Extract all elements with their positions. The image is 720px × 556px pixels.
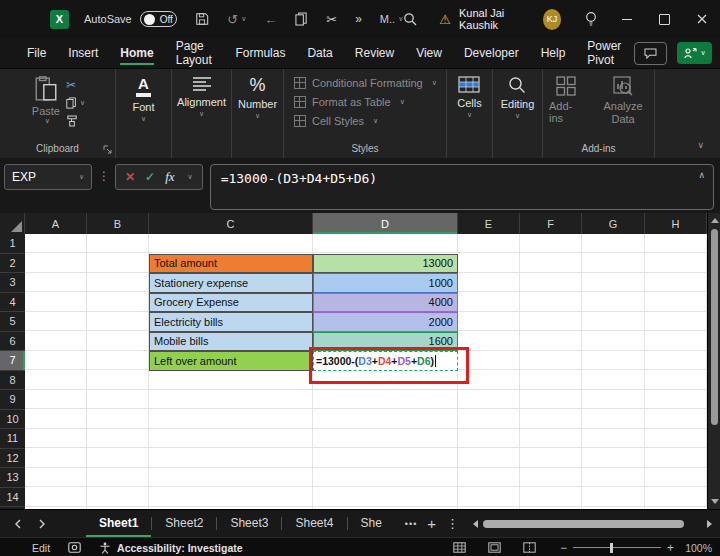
menu-tab-review[interactable]: Review (344, 38, 405, 68)
menu-tab-developer[interactable]: Developer (453, 38, 530, 68)
new-sheet-button[interactable]: + (427, 515, 436, 532)
scroll-left-icon[interactable] (473, 520, 478, 528)
zoom-slider[interactable]: − + (560, 541, 674, 555)
alignment-button[interactable]: Alignment (171, 74, 232, 120)
sheet-tab-sheet1[interactable]: Sheet1 (86, 510, 151, 537)
column-header-F[interactable]: F (520, 213, 582, 234)
sheet-tab-she[interactable]: She (348, 510, 395, 537)
dialog-launcher-icon[interactable] (103, 145, 112, 154)
document-title-dropdown[interactable]: M.. (380, 13, 403, 25)
cell-D4[interactable]: 4000 (313, 293, 458, 313)
cut-button[interactable]: ✂ (326, 13, 337, 26)
row-header-2[interactable]: 2 (0, 254, 25, 274)
tell-me-button[interactable] (585, 11, 597, 27)
number-button[interactable]: % Number (232, 74, 283, 122)
row-header-3[interactable]: 3 (0, 273, 25, 293)
row-header-10[interactable]: 10 (0, 410, 25, 430)
close-button[interactable] (694, 10, 710, 28)
cancel-button[interactable]: ✕ (125, 170, 135, 184)
menu-tab-file[interactable]: File (16, 38, 57, 68)
column-header-H[interactable]: H (645, 213, 707, 234)
avatar[interactable]: KJ (543, 9, 561, 30)
row-header-1[interactable]: 1 (0, 234, 25, 254)
row-header-8[interactable]: 8 (0, 371, 25, 391)
column-header-G[interactable]: G (582, 213, 645, 234)
row-header-5[interactable]: 5 (0, 312, 25, 332)
prev-sheet-button[interactable] (14, 519, 22, 529)
column-header-A[interactable]: A (25, 213, 87, 234)
row-header-7[interactable]: 7 (0, 351, 25, 371)
cell-C3[interactable]: Stationery expense (149, 273, 313, 293)
enter-button[interactable]: ✓ (145, 170, 155, 184)
cell-C5[interactable]: Electricity bills (149, 312, 313, 332)
row-header-14[interactable]: 14 (0, 488, 25, 508)
scroll-right-icon[interactable] (707, 520, 712, 528)
scroll-up-icon[interactable] (711, 218, 719, 223)
maximize-button[interactable] (657, 10, 673, 28)
autosave-toggle[interactable]: Off (140, 11, 178, 27)
minimize-button[interactable] (619, 10, 635, 28)
copy-button[interactable] (66, 96, 85, 110)
zoom-level[interactable]: 100% (684, 542, 712, 554)
editing-button[interactable]: Editing (495, 74, 541, 122)
cell-D2[interactable]: 13000 (313, 254, 458, 274)
cell-C2[interactable]: Total amount (149, 254, 313, 274)
next-sheet-button[interactable] (38, 519, 46, 529)
macro-record-button[interactable] (68, 542, 81, 553)
column-header-B[interactable]: B (87, 213, 149, 234)
sheet-tab-sheet4[interactable]: Sheet4 (282, 510, 346, 537)
collapse-ribbon-button[interactable] (694, 140, 704, 150)
font-button[interactable]: A Font (126, 74, 160, 125)
vertical-scrollbar-thumb[interactable] (711, 229, 718, 425)
format-as-table-button[interactable]: Format as Table (294, 96, 438, 108)
row-header-11[interactable]: 11 (0, 429, 25, 449)
conditional-formatting-button[interactable]: Conditional Formatting (294, 77, 438, 89)
menu-tab-data[interactable]: Data (296, 38, 343, 68)
more-sheets-button[interactable]: ••• (405, 519, 417, 529)
row-header-15[interactable]: 15 (0, 507, 25, 509)
column-header-C[interactable]: C (149, 213, 313, 234)
row-header-6[interactable]: 6 (0, 332, 25, 352)
menu-tab-help[interactable]: Help (530, 38, 577, 68)
sheet-tab-sheet3[interactable]: Sheet3 (217, 510, 281, 537)
cell-D3[interactable]: 1000 (313, 273, 458, 293)
name-box[interactable]: EXP (4, 164, 92, 190)
cut-button[interactable]: ✂ (66, 78, 76, 92)
column-header-D[interactable]: D (313, 213, 458, 234)
back-button[interactable]: ← (264, 13, 277, 26)
sheet-options-button[interactable]: ⋮ (446, 516, 459, 531)
vertical-scrollbar[interactable] (707, 213, 720, 509)
menu-tab-home[interactable]: Home (109, 38, 164, 68)
cells-area[interactable]: Total amount13000Stationery expense1000G… (25, 234, 707, 509)
paste-button[interactable]: Paste (24, 74, 62, 125)
menu-tab-view[interactable]: View (405, 38, 453, 68)
cell-C7[interactable]: Left over amount (149, 351, 313, 371)
cell-styles-button[interactable]: Cell Styles (294, 115, 438, 127)
formula-bar-input[interactable]: =13000-(D3+D4+D5+D6) (210, 164, 714, 210)
undo-button[interactable]: ↺ (227, 13, 246, 26)
row-header-4[interactable]: 4 (0, 293, 25, 313)
row-header-12[interactable]: 12 (0, 449, 25, 469)
page-break-view-button[interactable] (523, 542, 536, 553)
cell-D5[interactable]: 2000 (313, 312, 458, 332)
cell-C6[interactable]: Mobile bills (149, 332, 313, 352)
insert-function-button[interactable]: fx (165, 169, 174, 185)
cells-button[interactable]: Cells (451, 74, 487, 121)
normal-view-button[interactable] (453, 542, 466, 553)
save-button[interactable] (195, 12, 209, 26)
row-header-9[interactable]: 9 (0, 390, 25, 410)
comments-button[interactable] (634, 42, 667, 65)
zoom-in-button[interactable]: + (667, 541, 674, 555)
select-all-button[interactable] (0, 213, 25, 234)
column-header-E[interactable]: E (458, 213, 520, 234)
collapse-formula-bar-button[interactable] (698, 170, 705, 180)
accessibility-checker-button[interactable]: Accessibility: Investigate (99, 542, 242, 554)
addins-button[interactable]: Add-ins (543, 74, 588, 126)
cell-D6[interactable]: 1600 (313, 332, 458, 352)
copy-button[interactable] (295, 12, 308, 26)
menu-tab-page-layout[interactable]: Page Layout (165, 38, 225, 68)
cell-C4[interactable]: Grocery Expense (149, 293, 313, 313)
sheet-tab-sheet2[interactable]: Sheet2 (152, 510, 216, 537)
qat-overflow-button[interactable]: » (355, 13, 362, 25)
cell-D7[interactable]: =13000-(D3+D4+D5+D6) (313, 351, 458, 371)
